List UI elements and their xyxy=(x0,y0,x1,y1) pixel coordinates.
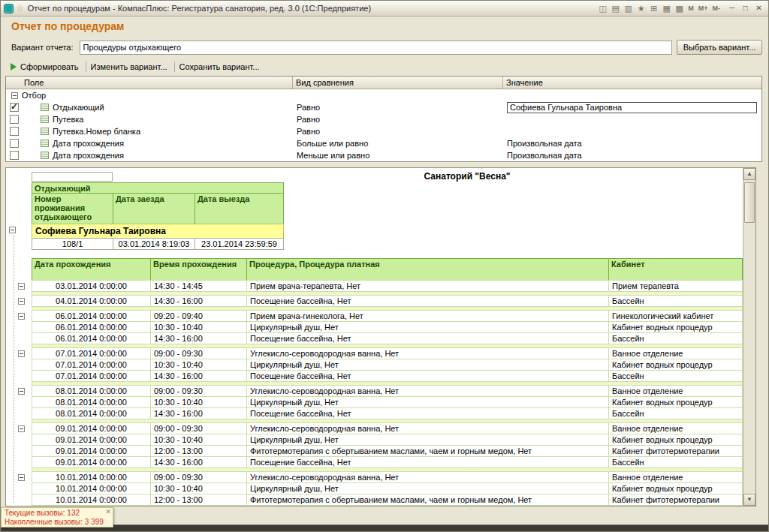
report-cell: 12:00 - 13:00 xyxy=(150,494,247,506)
report-row: 08.01.2014 0:00:0009:00 - 09:30Углекисло… xyxy=(32,385,743,397)
report-cell: Циркулярный душ, Нет xyxy=(246,359,609,371)
report-cell: 10.01.2014 0:00:00 xyxy=(32,482,151,494)
filter-field-label: Путевка xyxy=(53,115,83,124)
filter-comparison-cell[interactable]: Равно xyxy=(293,115,503,124)
filter-comparison-cell[interactable]: Меньше или равно xyxy=(293,151,503,160)
group-collapse-date[interactable] xyxy=(18,283,25,290)
calculator-icon[interactable]: ▩ xyxy=(673,3,686,14)
report-row: 09.01.2014 0:00:0009:00 - 09:30Углекисло… xyxy=(32,422,743,434)
group-collapse-date[interactable] xyxy=(18,350,25,357)
maximize-button[interactable]: □ xyxy=(739,3,752,14)
filter-row[interactable]: Дата прохожденияБольше или равноПроизвол… xyxy=(6,137,761,149)
report-cell: 09:00 - 09:30 xyxy=(150,385,247,397)
filter-row[interactable]: ОтдыхающийРавноСофиева Гульнара Таировна xyxy=(6,101,761,113)
report-cell: 07.01.2014 0:00:00 xyxy=(32,370,151,382)
filter-checkbox[interactable] xyxy=(10,139,19,148)
save-variant-label: Сохранить вариант... xyxy=(179,62,260,71)
filter-row[interactable]: Дата прохожденияМеньше или равноПроизвол… xyxy=(6,149,761,161)
memory-button-m[interactable]: M xyxy=(686,3,696,14)
report-cell: 08.01.2014 0:00:00 xyxy=(32,407,151,419)
filter-checkbox-cell xyxy=(6,151,23,160)
report-row: 07.01.2014 0:00:0014:30 - 16:00Посещение… xyxy=(32,370,743,382)
report-cell: Углекисло-сероводородная ванна, Нет xyxy=(246,471,609,483)
group-collapse-date[interactable] xyxy=(18,388,25,395)
group-collapse-guest[interactable] xyxy=(9,227,16,233)
table-col-date: Дата прохождения xyxy=(32,258,151,281)
column-header-comparison: Вид сравнения xyxy=(293,77,503,89)
filter-comparison-cell[interactable]: Больше или равно xyxy=(293,139,503,148)
print-icon[interactable]: ▤ xyxy=(609,3,622,14)
collapse-icon[interactable] xyxy=(11,92,18,99)
scroll-up-icon[interactable]: ▲ xyxy=(743,168,755,180)
table-icon[interactable]: ⊞ xyxy=(647,3,660,14)
scrollbar-track[interactable] xyxy=(743,180,755,494)
group-collapse-date[interactable] xyxy=(18,474,25,481)
filter-value-editor[interactable]: Софиева Гульнара Таировна xyxy=(507,102,757,113)
variant-input[interactable] xyxy=(80,41,673,55)
filter-checkbox[interactable] xyxy=(10,127,19,136)
filter-group-row[interactable]: Отбор xyxy=(6,89,761,101)
report-cell: Циркулярный душ, Нет xyxy=(246,434,609,446)
filter-value-cell[interactable]: Софиева Гульнара Таировна xyxy=(503,102,761,113)
field-item-icon xyxy=(41,104,49,111)
guest-arrival-value: 03.01.2014 8:19:03 xyxy=(113,238,195,250)
filter-value-cell[interactable]: Произвольная дата xyxy=(503,139,761,148)
report-cell: Циркулярный душ, Нет xyxy=(246,482,609,494)
report-row: 10.01.2014 0:00:0012:00 - 13:00Фитотермо… xyxy=(32,494,743,506)
report-cell: Прием терапевта xyxy=(608,280,743,292)
filter-checkbox[interactable] xyxy=(10,151,19,160)
report-org-title: Санаторий "Весна" xyxy=(279,171,655,182)
report-cell: 09.01.2014 0:00:00 xyxy=(32,456,151,468)
report-cell: Кабинет фитотермотерапии xyxy=(608,494,743,506)
report-row: 04.01.2014 0:00:0014:30 - 16:00Посещение… xyxy=(32,295,743,307)
report-row: 03.01.2014 0:00:0014:30 - 14:45Прием вра… xyxy=(32,280,743,292)
print-preview-icon[interactable]: ▥ xyxy=(622,3,635,14)
toolbar-divider xyxy=(86,62,86,72)
filter-row[interactable]: ПутевкаРавно xyxy=(6,113,761,125)
filter-checkbox[interactable] xyxy=(10,115,19,124)
filter-value-cell[interactable]: Произвольная дата xyxy=(503,151,761,160)
close-icon[interactable]: ✕ xyxy=(105,508,111,515)
choose-variant-button[interactable]: Выбрать вариант... xyxy=(677,40,762,55)
accumulated-calls: Накопленные вызовы: 3 399 xyxy=(5,518,110,527)
scrollbar-thumb[interactable] xyxy=(744,182,755,223)
report-cell: Кабинет водных процедур xyxy=(608,321,743,333)
edit-variant-button[interactable]: Изменить вариант... xyxy=(87,61,173,73)
report-row: 08.01.2014 0:00:0010:30 - 10:40Циркулярн… xyxy=(32,396,743,408)
guest-departure-value: 23.01.2014 23:59:59 xyxy=(195,238,284,250)
filter-checkbox[interactable] xyxy=(10,103,19,112)
filter-field-cell: Дата прохождения xyxy=(23,139,293,148)
add-favorite-icon[interactable]: ★ xyxy=(635,3,647,14)
report-cell: 10:30 - 10:40 xyxy=(150,321,247,333)
filter-checkbox-cell xyxy=(6,139,23,148)
generate-button[interactable]: Сформировать xyxy=(7,61,85,73)
report-cell: 14:30 - 16:00 xyxy=(150,407,247,419)
favorites-star-icon[interactable]: ☆ xyxy=(16,4,24,13)
report-row: 09.01.2014 0:00:0012:00 - 13:00Фитотермо… xyxy=(32,445,743,457)
save-icon[interactable]: ◫ xyxy=(596,3,609,14)
filter-comparison-cell[interactable]: Равно xyxy=(293,127,503,136)
guest-room-value: 108/1 xyxy=(32,238,113,250)
report-cell: 06.01.2014 0:00:00 xyxy=(32,310,151,322)
filter-row[interactable]: Путевка.Номер бланкаРавно xyxy=(6,125,761,137)
report-cell: 10.01.2014 0:00:00 xyxy=(32,494,151,506)
scroll-down-icon[interactable]: ▼ xyxy=(743,494,755,506)
group-collapse-date[interactable] xyxy=(18,298,25,305)
close-button[interactable]: ✕ xyxy=(752,3,765,14)
vertical-scrollbar[interactable]: ▲ ▼ xyxy=(743,168,755,506)
memory-button-mminus[interactable]: M- xyxy=(710,3,723,14)
report-cell: 08.01.2014 0:00:00 xyxy=(32,396,151,408)
report-row: 06.01.2014 0:00:0010:30 - 10:40Циркулярн… xyxy=(32,321,743,333)
report-cell: Посещение бассейна, Нет xyxy=(246,456,609,468)
current-calls: Текущие вызовы: 132 xyxy=(5,509,110,518)
report-cell: 09:00 - 09:30 xyxy=(150,422,247,434)
save-variant-button[interactable]: Сохранить вариант... xyxy=(176,61,266,73)
minimize-button[interactable]: ─ xyxy=(725,3,738,14)
report-row: 09.01.2014 0:00:0014:30 - 16:00Посещение… xyxy=(32,456,743,468)
calendar-icon[interactable]: ▦ xyxy=(660,3,673,14)
group-collapse-date[interactable] xyxy=(18,313,25,320)
report-cell: Кабинет водных процедур xyxy=(608,482,743,494)
filter-comparison-cell[interactable]: Равно xyxy=(293,103,503,112)
group-collapse-date[interactable] xyxy=(18,425,25,432)
memory-button-mplus[interactable]: M+ xyxy=(696,3,710,14)
